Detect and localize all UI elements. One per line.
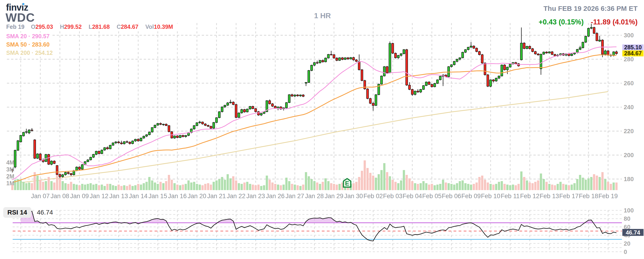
- sma200-legend[interactable]: SMA 200 · 254.12: [6, 49, 55, 57]
- candle-up: [123, 142, 125, 144]
- date-tick-label: Feb 19: [598, 193, 618, 200]
- volume-bar: [277, 184, 279, 190]
- rsi-tick-label: 20: [624, 240, 630, 247]
- candle-up: [324, 58, 326, 62]
- volume-bar: [78, 185, 80, 190]
- volume-bar: [514, 185, 517, 190]
- candle-down: [596, 34, 598, 41]
- date-tick-label: Jan 08: [50, 193, 69, 200]
- volume-bar: [565, 184, 567, 190]
- volume-bar: [576, 179, 578, 190]
- date-tick-label: Jan 22: [227, 193, 245, 200]
- volume-bar: [509, 185, 511, 190]
- rsi-indicator-label[interactable]: RSI 14: [3, 207, 31, 218]
- volume-bar: [406, 175, 408, 190]
- volume-bar: [358, 177, 360, 190]
- sma20-sep: ·: [28, 33, 30, 40]
- candle-down: [523, 43, 525, 48]
- candle-up: [286, 102, 288, 108]
- volume-bar: [400, 180, 402, 190]
- volume-bar: [498, 182, 500, 190]
- sma50-legend[interactable]: SMA 50 · 283.60: [6, 41, 52, 48]
- candle-down: [271, 104, 274, 106]
- volume-bar: [84, 184, 86, 190]
- candle-down: [593, 28, 595, 33]
- volume-bar: [422, 181, 425, 190]
- volume-bar: [537, 180, 540, 190]
- date-tick-label: Jan 21: [207, 193, 226, 200]
- candle-up: [199, 122, 201, 122]
- volume-axis[interactable]: 4M3M2M1M: [6, 159, 14, 186]
- volume-bar: [459, 181, 461, 190]
- volume-bar: [215, 180, 218, 190]
- candle-up: [543, 52, 545, 54]
- stock-chart-canvas[interactable]: 3002802602402202001804M3M2M1MJan 07Jan 0…: [0, 0, 644, 259]
- open-value: 295.03: [36, 24, 53, 30]
- candle-up: [422, 86, 424, 90]
- candle-down: [481, 54, 483, 63]
- volume-bar: [481, 176, 484, 190]
- earnings-marker-icon[interactable]: E: [344, 178, 351, 187]
- candle-down: [137, 139, 139, 141]
- price-tick-label: 180: [624, 176, 634, 182]
- date-axis[interactable]: Jan 07Jan 08Jan 09Jan 12Jan 13Jan 14Jan …: [31, 193, 618, 200]
- candle-down: [487, 75, 489, 86]
- volume-bar: [473, 184, 475, 190]
- date-tick-label: Jan 20: [188, 193, 206, 200]
- volume-bar: [528, 182, 531, 190]
- volume-bar: [372, 176, 374, 190]
- sma20-label: SMA 20: [6, 33, 27, 40]
- volume-bar: [604, 179, 606, 190]
- sma20-legend[interactable]: SMA 20 · 290.57: [6, 32, 52, 40]
- close-price-badge: 284.67: [624, 50, 642, 56]
- volume-bar: [238, 183, 240, 190]
- volume-bar: [64, 183, 66, 190]
- quote-row: Feb 19O295.03H299.52L281.68C284.67Vol10.…: [6, 24, 182, 30]
- sma20-line: [12, 47, 616, 180]
- volume-bar: [240, 184, 243, 190]
- rsi-tick-label: 80: [624, 215, 630, 222]
- volume-bar: [442, 180, 444, 190]
- candle-down: [392, 43, 394, 53]
- candle-down: [67, 172, 69, 174]
- candle-down: [120, 143, 122, 144]
- candle-up: [380, 76, 382, 84]
- volume-bar: [590, 177, 592, 190]
- candle-down: [607, 51, 609, 55]
- volume-bar: [420, 183, 422, 190]
- rsi-axis[interactable]: 10080604020046.74: [622, 207, 644, 255]
- volume-bar: [531, 183, 534, 190]
- sma50-label: SMA 50: [6, 41, 27, 48]
- volume-bar: [98, 185, 100, 190]
- candle-down: [31, 130, 33, 131]
- volume-bar: [257, 184, 260, 190]
- candle-down: [40, 154, 42, 160]
- candle-up: [456, 59, 458, 61]
- candle-down: [504, 65, 506, 70]
- candle-up: [420, 90, 422, 92]
- volume-bar: [104, 186, 106, 190]
- volume-bar: [596, 176, 598, 190]
- close-value: 284.67: [121, 24, 138, 30]
- candle-up: [439, 76, 441, 80]
- sma50-sep: ·: [28, 41, 30, 48]
- volume-bar: [602, 172, 604, 190]
- volume-bar: [154, 182, 156, 190]
- volume-bar: [87, 184, 89, 190]
- volume-bar: [28, 182, 30, 190]
- candle-down: [394, 53, 397, 58]
- grid-lines: [7, 23, 622, 252]
- volume-bar: [462, 180, 464, 190]
- candle-up: [277, 107, 279, 108]
- candle-down: [428, 82, 430, 84]
- volume-bar: [296, 185, 299, 190]
- volume-bar: [120, 186, 122, 190]
- volume-bar: [504, 184, 506, 190]
- logo-dot-icon: [22, 3, 24, 5]
- candle-up: [464, 50, 466, 52]
- date-tick-label: Jan 26: [266, 193, 284, 200]
- volume-bar: [551, 184, 553, 190]
- volume-bar: [101, 184, 103, 190]
- candle-up: [383, 66, 385, 76]
- volume-bar: [207, 183, 209, 190]
